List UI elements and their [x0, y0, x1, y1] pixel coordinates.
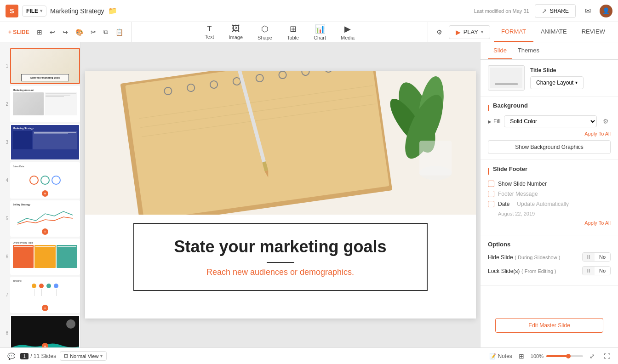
slide-thumb-4[interactable]: Sales Data + — [10, 162, 80, 199]
change-layout-button[interactable]: Change Layout ▾ — [530, 76, 584, 89]
lock-slide-label: Lock Slide(s) — [488, 268, 520, 274]
fill-label: ▶ Fill — [488, 118, 500, 125]
doc-title[interactable]: Marketing Strategy — [50, 7, 104, 15]
slide-panel: 1 State your marketing goals 2 — [0, 42, 80, 347]
slide-thumb-5[interactable]: Selling Strategy + — [10, 200, 80, 237]
settings-icon[interactable]: ⚙ — [434, 27, 445, 38]
fill-gear-icon[interactable]: ⚙ — [601, 116, 611, 126]
slide-thumb-7[interactable]: Timeline — [10, 277, 80, 313]
page-indicator: 1 / 11 Slides — [20, 353, 56, 359]
bottom-right: 📝 Notes ⊞ 100% ⤢ ⛶ — [489, 351, 613, 362]
footer-message-label: Footer Message — [498, 191, 538, 197]
apply-to-all-background[interactable]: Apply To All — [488, 131, 611, 136]
tab-format[interactable]: FORMAT — [494, 22, 533, 42]
show-slide-number-label: Show Slide Number — [498, 181, 547, 187]
chart-tool[interactable]: 📊 Chart — [311, 22, 329, 42]
slide-thumb-6[interactable]: Online Pricing Table — [10, 239, 80, 275]
fullscreen-icon[interactable]: ⛶ — [601, 351, 612, 362]
hide-slide-label-group: Hide Slide ( During Slideshow ) — [488, 254, 560, 261]
footer-message-row: Footer Message — [488, 191, 611, 197]
right-panel-tabs: Slide Themes — [481, 42, 618, 60]
play-icon: ▶ — [456, 28, 461, 36]
cut-button[interactable]: ✂ — [88, 27, 99, 38]
change-layout-chevron: ▾ — [575, 80, 578, 85]
notes-button[interactable]: 📝 Notes — [489, 353, 512, 359]
background-title: Background — [493, 102, 528, 109]
options-section: Options Hide Slide ( During Slideshow ) … — [481, 235, 618, 286]
lock-slide-row: Lock Slide(s) ( From Editing ) II No — [488, 266, 611, 275]
grid-view-icon[interactable]: ⊞ — [516, 351, 527, 362]
slide-thumb-3[interactable]: Marketing Strategy — [10, 124, 80, 160]
toolbar-right: ⚙ ▶ PLAY ▾ FORMAT ANIMATE REVIEW — [428, 22, 618, 42]
apply-to-all-footer[interactable]: Apply To All — [488, 220, 611, 226]
share-button[interactable]: ↗ SHARE — [535, 4, 576, 18]
shape-icon: ⬡ — [261, 24, 269, 34]
footer-message-checkbox[interactable] — [488, 191, 494, 197]
fill-row: ▶ Fill Solid Color Gradient Image None ⚙ — [488, 115, 611, 127]
bottom-bar: 💬 1 / 11 Slides ⊞ Normal View ▾ 📝 Notes … — [0, 347, 618, 364]
page-num: 1 — [20, 353, 29, 359]
message-icon[interactable]: ✉ — [581, 5, 594, 17]
comment-icon[interactable]: 💬 — [6, 351, 17, 362]
tab-slide[interactable]: Slide — [488, 42, 512, 59]
play-button[interactable]: ▶ PLAY ▾ — [449, 25, 490, 39]
slide-thumb-1[interactable]: State your marketing goals — [10, 48, 80, 84]
fill-triangle-icon: ▶ — [488, 119, 492, 124]
slide-thumb-2[interactable]: Marketing Account — [10, 86, 80, 122]
zoom-percent: 100% — [531, 353, 544, 359]
fill-select[interactable]: Solid Color Gradient Image None — [504, 115, 597, 127]
toolbar-left: + SLIDE ⊞ ↩ ↪ 🎨 ✂ ⧉ 📋 — [0, 22, 132, 42]
media-tool[interactable]: ▶ Media — [338, 22, 357, 42]
edit-master-button[interactable]: Edit Master Slide — [495, 318, 603, 333]
toolbar: + SLIDE ⊞ ↩ ↪ 🎨 ✂ ⧉ 📋 T Text 🖼 Image ⬡ S… — [0, 22, 618, 42]
file-button[interactable]: FILE ▾ — [22, 6, 46, 17]
slide-canvas[interactable]: State your marketing goals Reach new aud… — [85, 71, 476, 318]
media-icon: ▶ — [344, 24, 351, 34]
paste-button[interactable]: 📋 — [113, 27, 126, 38]
options-title: Options — [488, 241, 611, 248]
toolbar-center: T Text 🖼 Image ⬡ Shape ⊞ Table 📊 Chart ▶… — [132, 22, 428, 42]
date-label: Date — [498, 201, 509, 207]
table-label: Table — [287, 35, 299, 40]
page-total: / 11 Slides — [30, 353, 56, 359]
undo-button[interactable]: ↩ — [47, 27, 58, 38]
bg-accent — [488, 105, 489, 111]
image-label: Image — [229, 34, 243, 40]
play-chevron-icon: ▾ — [481, 29, 483, 34]
copy-button[interactable]: ⧉ — [101, 26, 111, 38]
shape-tool[interactable]: ⬡ Shape — [255, 22, 275, 42]
slide-thumb-8[interactable]: + — [10, 315, 80, 347]
tab-review[interactable]: REVIEW — [574, 22, 612, 42]
show-slide-number-checkbox[interactable] — [488, 181, 494, 187]
lock-slide-ii-button[interactable]: II — [583, 267, 595, 275]
media-label: Media — [341, 35, 355, 40]
tab-animate[interactable]: ANIMATE — [533, 22, 574, 42]
update-automatically-label: Update Automatically — [517, 201, 569, 207]
format-paint-button[interactable]: 🎨 — [73, 27, 86, 38]
lock-slide-no-button[interactable]: No — [595, 267, 610, 275]
fit-screen-icon[interactable]: ⤢ — [587, 351, 598, 362]
view-button[interactable]: ⊞ Normal View ▾ — [60, 351, 107, 361]
text-tool[interactable]: T Text — [202, 23, 217, 41]
avatar[interactable]: 👤 — [600, 5, 612, 17]
date-checkbox[interactable] — [488, 201, 494, 207]
hide-slide-no-button[interactable]: No — [595, 253, 610, 261]
slide-main-title[interactable]: State your marketing goals — [153, 237, 408, 256]
layout-view-button[interactable]: ⊞ — [34, 27, 45, 38]
view-icon: ⊞ — [64, 353, 68, 359]
hide-slide-ii-button[interactable]: II — [583, 253, 595, 261]
image-tool[interactable]: 🖼 Image — [226, 22, 246, 42]
view-chevron-icon: ▾ — [100, 353, 103, 358]
tab-themes[interactable]: Themes — [512, 42, 545, 59]
footer-accent — [488, 168, 489, 175]
slide-subtitle[interactable]: Reach new audiences or demographics. — [153, 267, 408, 277]
show-background-graphics-button[interactable]: Show Background Graphics — [488, 140, 611, 154]
lock-slide-label-group: Lock Slide(s) ( From Editing ) — [488, 267, 556, 274]
text-icon: T — [207, 25, 212, 33]
zoom-slider[interactable] — [546, 355, 583, 357]
show-slide-number-row: Show Slide Number — [488, 181, 611, 187]
table-tool[interactable]: ⊞ Table — [284, 22, 302, 42]
redo-button[interactable]: ↪ — [60, 27, 71, 38]
hide-slide-sub: ( During Slideshow ) — [515, 255, 560, 260]
add-slide-button[interactable]: + SLIDE — [6, 27, 32, 37]
